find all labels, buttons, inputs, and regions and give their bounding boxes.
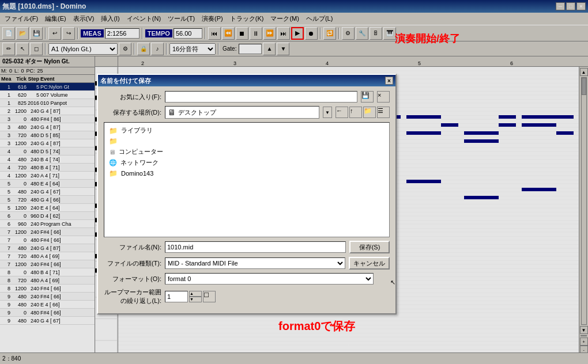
folder-icon-2: 📁 <box>109 137 118 145</box>
filename-input[interactable] <box>165 241 346 253</box>
file-item-network[interactable]: 🌐 ネットワーク <box>107 157 387 168</box>
loop-label: ループマーカー範囲の繰り返し(L): <box>104 288 161 305</box>
loop-spinner: ▲ ▼ <box>189 291 202 302</box>
favorites-label: お気に入り(F): <box>104 93 161 101</box>
file-item-domino[interactable]: 📁 Domino143 <box>107 168 387 179</box>
favorites-row: お気に入り(F): 💾 × <box>104 91 390 103</box>
loop-down-button[interactable]: ▼ <box>189 297 202 302</box>
format-dropdown-area[interactable]: ↖ <box>377 273 390 285</box>
location-up-button[interactable]: ↑ <box>349 107 362 118</box>
filename-row: ファイル名(N): 保存(S) <box>104 241 390 253</box>
save-location-value: デスクトップ <box>178 108 216 117</box>
file-item-label: ライブラリ <box>121 126 153 135</box>
location-back-button[interactable]: ← <box>336 107 348 118</box>
filetype-label: ファイルの種類(T): <box>104 259 161 268</box>
favorites-browse-button[interactable]: 💾 <box>361 91 374 103</box>
filename-label: ファイル名(N): <box>104 243 161 252</box>
location-view-button[interactable]: ☰ <box>377 107 390 118</box>
favorites-close-button[interactable]: × <box>377 91 390 103</box>
cancel-dialog-button[interactable]: キャンセル <box>349 257 390 270</box>
folder-icon-3: 📁 <box>109 169 118 177</box>
format-select[interactable]: format 0 <box>165 273 374 285</box>
loop-row: ループマーカー範囲の繰り返し(L): ▲ ▼ ☐ <box>104 288 390 305</box>
dialog-overlay: 名前を付けて保存 × お気に入り(F): 💾 × 保存する場所(D): 🖥 デス… <box>0 0 588 364</box>
file-item-network-label: ネットワーク <box>120 158 159 167</box>
save-location-row: 保存する場所(D): 🖥 デスクトップ ▼ ← ↑ 📁 ☰ <box>104 106 390 119</box>
save-dialog: 名前を付けて保存 × お気に入り(F): 💾 × 保存する場所(D): 🖥 デス… <box>97 74 397 314</box>
file-item-computer[interactable]: 🖥 コンピューター <box>107 146 387 157</box>
filetype-row: ファイルの種類(T): MID - Standard MIDI File キャン… <box>104 257 390 270</box>
file-item-blank[interactable]: 📁 <box>107 136 387 146</box>
dialog-body: お気に入り(F): 💾 × 保存する場所(D): 🖥 デスクトップ ▼ ← ↑ … <box>98 86 395 313</box>
file-browser[interactable]: 📁 ライブラリ 📁 🖥 コンピューター 🌐 ネットワーク 📁 D <box>104 122 390 237</box>
loop-controls: ▲ ▼ ☐ <box>165 291 216 302</box>
loop-value[interactable] <box>165 291 188 302</box>
computer-icon: 🖥 <box>109 149 115 156</box>
dialog-close-button[interactable]: × <box>385 77 393 85</box>
dialog-title-bar: 名前を付けて保存 × <box>98 75 395 86</box>
save-dialog-button[interactable]: 保存(S) <box>349 241 390 253</box>
location-nav-buttons: ← ↑ 📁 ☰ <box>336 107 390 118</box>
loop-check-button[interactable]: ☐ <box>203 291 216 302</box>
dropdown-cursor: ↖ <box>390 279 395 286</box>
folder-icon: 📁 <box>109 127 118 135</box>
network-icon: 🌐 <box>109 159 117 166</box>
format-row: フォーマット(O): format 0 ↖ <box>104 273 390 285</box>
file-item-domino-label: Domino143 <box>121 170 153 177</box>
loop-up-button[interactable]: ▲ <box>189 291 202 297</box>
file-item-library[interactable]: 📁 ライブラリ <box>107 125 387 136</box>
save-location-dropdown[interactable]: ▼ <box>323 107 332 118</box>
save-location-label: 保存する場所(D): <box>104 108 161 117</box>
filetype-select[interactable]: MID - Standard MIDI File <box>165 257 345 269</box>
dialog-title-text: 名前を付けて保存 <box>100 77 151 85</box>
location-new-folder-button[interactable]: 📁 <box>363 107 376 118</box>
save-location-input[interactable]: 🖥 デスクトップ <box>165 106 319 119</box>
favorites-input[interactable] <box>165 91 357 103</box>
format-label: フォーマット(O): <box>104 275 161 283</box>
file-item-computer-label: コンピューター <box>119 147 163 156</box>
